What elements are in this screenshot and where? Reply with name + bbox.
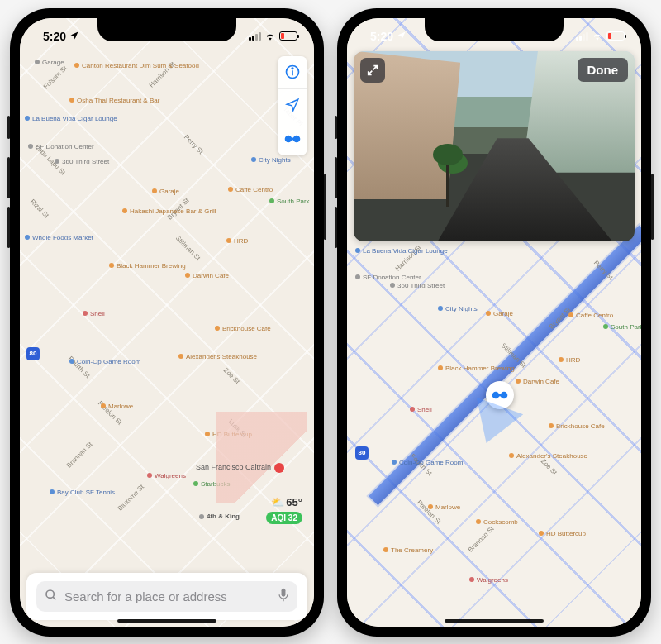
poi-label[interactable]: Whole Foods Market	[25, 235, 69, 242]
poi-label[interactable]: South Park	[269, 198, 310, 206]
look-around-location-puck[interactable]	[486, 381, 514, 409]
info-button[interactable]	[278, 56, 307, 89]
status-time: 5:20	[370, 30, 393, 43]
poi-label[interactable]: Marlowe	[101, 403, 133, 411]
poi-label[interactable]: La Buena Vida Cigar Lounge	[355, 248, 407, 255]
notch	[97, 18, 236, 41]
poi-label[interactable]: City Nights	[251, 157, 291, 165]
cellular-signal-icon	[249, 32, 261, 41]
street-label: Perry St	[183, 133, 205, 155]
poi-label[interactable]: Coin-Op Game Room	[69, 359, 122, 366]
weather-widget[interactable]: ⛅ 65° AQI 32	[266, 496, 302, 524]
poi-label[interactable]: Brickhouse Cafe	[215, 326, 271, 333]
phone-left: 5:20 Folsom St Harrison St Bryant St Bra…	[10, 8, 324, 637]
home-indicator[interactable]	[445, 619, 544, 623]
street-label: Rizal St	[29, 198, 50, 219]
poi-label[interactable]: Caffe Centro	[568, 312, 613, 320]
poi-label[interactable]: SF Donation Center	[28, 144, 94, 151]
search-placeholder: Search for a place or address	[64, 589, 227, 603]
battery-icon	[606, 31, 625, 41]
poi-label[interactable]: Walgreens	[469, 577, 508, 584]
svg-line-7	[53, 597, 55, 599]
cellular-signal-icon	[576, 32, 588, 41]
street-label: Bluxome St	[117, 483, 145, 512]
screen-left: 5:20 Folsom St Harrison St Bryant St Bra…	[20, 18, 314, 627]
poi-label[interactable]: 4th & King	[199, 513, 240, 521]
street-label: Brannan St	[65, 441, 94, 470]
poi-label[interactable]: Brickhouse Cafe	[549, 423, 605, 431]
poi-label[interactable]: Shell	[410, 407, 432, 414]
svg-rect-5	[291, 137, 294, 140]
poi-label[interactable]: Garaje	[152, 188, 179, 196]
search-field[interactable]: Search for a place or address	[36, 581, 297, 612]
expand-button[interactable]	[360, 58, 385, 83]
home-indicator[interactable]	[117, 619, 216, 623]
poi-label[interactable]: 360 Third Street	[390, 283, 445, 290]
status-time: 5:20	[43, 30, 66, 43]
aqi-badge: AQI 32	[266, 512, 302, 524]
svg-rect-11	[498, 394, 502, 396]
poi-label[interactable]: South Park	[603, 324, 641, 332]
poi-label[interactable]: Black Hammer Brewing	[438, 365, 497, 373]
phone-right: 5:20 Harrison St Bryant St Brannan St Pe…	[337, 8, 651, 637]
look-around-button[interactable]	[278, 122, 307, 155]
poi-label[interactable]: Shell	[83, 311, 105, 318]
poi-label[interactable]: Garage	[35, 60, 64, 67]
location-services-icon	[397, 30, 407, 43]
search-icon	[45, 589, 58, 604]
poi-label[interactable]: Marlowe	[428, 504, 460, 512]
poi-label[interactable]: HD Buttercup	[539, 531, 586, 538]
poi-label[interactable]: Darwin Cafe	[185, 273, 229, 280]
wifi-icon	[264, 30, 276, 43]
locate-button[interactable]	[278, 89, 307, 122]
highway-shield: 80	[26, 347, 40, 360]
street-label: Freelon St	[416, 499, 442, 525]
poi-label[interactable]: The Creamery	[383, 547, 433, 555]
map-controls	[278, 56, 307, 155]
weather-temp: 65°	[286, 496, 302, 508]
search-card: Search for a place or address	[26, 573, 307, 620]
poi-label[interactable]: Black Hammer Brewing	[109, 263, 169, 270]
poi-label[interactable]: SF Donation Center	[355, 274, 421, 282]
street-label: Folsom St	[42, 64, 69, 90]
svg-point-6	[46, 590, 54, 598]
poi-label[interactable]: HRD	[226, 238, 248, 246]
microphone-icon[interactable]	[278, 588, 289, 605]
poi-label[interactable]: Walgreens	[147, 473, 186, 480]
poi-label[interactable]: Canton Restaurant Dim Sum & Seafood	[74, 63, 140, 70]
street-label: Stillman St	[174, 234, 202, 261]
look-around-scene	[438, 149, 458, 207]
map-canvas[interactable]: Folsom St Harrison St Bryant St Brannan …	[20, 18, 314, 627]
poi-label[interactable]: Bay Club SF Tennis	[50, 489, 96, 497]
notch	[425, 18, 564, 41]
poi-label[interactable]: Osha Thai Restaurant & Bar	[69, 98, 136, 105]
street-label: Brannan St	[467, 525, 496, 554]
poi-label[interactable]: HRD	[559, 357, 580, 365]
svg-rect-8	[282, 588, 286, 596]
poi-label[interactable]: Coin-Op Game Room	[392, 460, 445, 467]
wifi-icon	[592, 30, 603, 43]
street-label: Zoe St	[222, 366, 241, 385]
poi-label[interactable]: La Buena Vida Cigar Lounge	[25, 116, 76, 123]
look-around-panel[interactable]: Done	[354, 51, 635, 241]
poi-caltrain[interactable]: San Francisco Caltrain	[196, 463, 284, 473]
caltrain-station-area	[216, 412, 307, 503]
svg-point-2	[292, 68, 293, 69]
poi-label[interactable]: Hakashi Japanese Bar & Grill	[122, 208, 188, 216]
poi-label[interactable]: Cockscomb	[476, 519, 518, 527]
poi-label[interactable]: City Nights	[438, 306, 478, 313]
battery-icon	[279, 31, 297, 41]
poi-label[interactable]: Alexander's Steakhouse	[178, 354, 238, 361]
poi-label[interactable]: Darwin Cafe	[516, 379, 559, 386]
screen-right: 5:20 Harrison St Bryant St Brannan St Pe…	[347, 18, 641, 627]
poi-label[interactable]: Alexander's Steakhouse	[509, 453, 568, 460]
poi-label[interactable]: 360 Third Street	[55, 159, 109, 166]
poi-label[interactable]: Garaje	[486, 311, 513, 318]
location-services-icon	[69, 30, 79, 43]
poi-label[interactable]: Caffe Centro	[228, 187, 273, 194]
weather-icon: ⛅	[271, 496, 284, 508]
done-button[interactable]: Done	[578, 58, 629, 82]
highway-shield: 80	[355, 446, 369, 460]
